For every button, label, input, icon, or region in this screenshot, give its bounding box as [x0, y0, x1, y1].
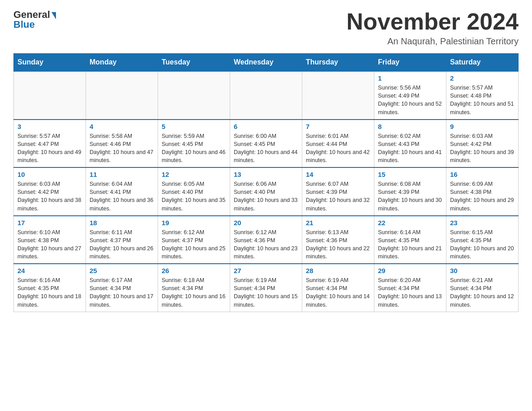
- calendar-table: SundayMondayTuesdayWednesdayThursdayFrid…: [13, 53, 519, 312]
- day-info: Sunrise: 6:12 AMSunset: 4:36 PMDaylight:…: [234, 228, 298, 261]
- day-info: Sunrise: 6:06 AMSunset: 4:40 PMDaylight:…: [234, 180, 298, 213]
- day-info: Sunrise: 6:09 AMSunset: 4:38 PMDaylight:…: [450, 180, 515, 213]
- location: An Naqurah, Palestinian Territory: [347, 36, 519, 47]
- calendar-cell: [230, 71, 302, 120]
- day-number: 14: [306, 171, 370, 178]
- calendar-week-row: 3Sunrise: 5:57 AMSunset: 4:47 PMDaylight…: [14, 120, 519, 168]
- day-number: 9: [450, 123, 515, 130]
- day-info: Sunrise: 6:18 AMSunset: 4:34 PMDaylight:…: [162, 276, 226, 309]
- day-info: Sunrise: 6:05 AMSunset: 4:40 PMDaylight:…: [162, 180, 226, 213]
- calendar-week-row: 10Sunrise: 6:03 AMSunset: 4:42 PMDayligh…: [14, 167, 519, 216]
- calendar-cell: [14, 71, 86, 120]
- day-number: 29: [378, 267, 442, 274]
- calendar-cell: 5Sunrise: 5:59 AMSunset: 4:45 PMDaylight…: [158, 120, 230, 168]
- day-number: 18: [90, 219, 154, 227]
- calendar-cell: 9Sunrise: 6:03 AMSunset: 4:42 PMDaylight…: [446, 120, 519, 168]
- day-number: 25: [90, 267, 154, 274]
- day-info: Sunrise: 6:10 AMSunset: 4:38 PMDaylight:…: [17, 228, 82, 261]
- calendar-cell: 4Sunrise: 5:58 AMSunset: 4:46 PMDaylight…: [86, 120, 158, 168]
- day-info: Sunrise: 5:58 AMSunset: 4:46 PMDaylight:…: [90, 132, 154, 165]
- day-number: 5: [162, 123, 226, 130]
- calendar-cell: 24Sunrise: 6:16 AMSunset: 4:35 PMDayligh…: [14, 264, 86, 312]
- calendar-cell: 23Sunrise: 6:15 AMSunset: 4:35 PMDayligh…: [446, 216, 519, 264]
- calendar-cell: 7Sunrise: 6:01 AMSunset: 4:44 PMDaylight…: [302, 120, 374, 168]
- day-info: Sunrise: 6:00 AMSunset: 4:45 PMDaylight:…: [234, 132, 298, 165]
- day-info: Sunrise: 6:16 AMSunset: 4:35 PMDaylight:…: [17, 276, 82, 309]
- calendar-cell: 28Sunrise: 6:19 AMSunset: 4:34 PMDayligh…: [302, 264, 374, 312]
- day-number: 12: [162, 171, 226, 178]
- day-number: 22: [378, 219, 442, 227]
- day-info: Sunrise: 6:04 AMSunset: 4:41 PMDaylight:…: [90, 180, 154, 213]
- logo-triangle-icon: [51, 12, 56, 19]
- day-info: Sunrise: 5:56 AMSunset: 4:49 PMDaylight:…: [378, 84, 442, 116]
- day-info: Sunrise: 6:02 AMSunset: 4:43 PMDaylight:…: [378, 132, 442, 165]
- calendar-header-saturday: Saturday: [446, 54, 519, 72]
- calendar-cell: [302, 71, 374, 120]
- day-info: Sunrise: 6:19 AMSunset: 4:34 PMDaylight:…: [234, 276, 298, 309]
- day-number: 30: [450, 267, 515, 274]
- calendar-header-monday: Monday: [86, 54, 158, 72]
- calendar-header-friday: Friday: [374, 54, 446, 72]
- day-number: 16: [450, 171, 515, 178]
- calendar-week-row: 1Sunrise: 5:56 AMSunset: 4:49 PMDaylight…: [14, 71, 519, 120]
- day-number: 6: [234, 123, 298, 130]
- calendar-cell: 17Sunrise: 6:10 AMSunset: 4:38 PMDayligh…: [14, 216, 86, 264]
- calendar-cell: 15Sunrise: 6:08 AMSunset: 4:39 PMDayligh…: [374, 167, 446, 216]
- day-info: Sunrise: 5:57 AMSunset: 4:47 PMDaylight:…: [17, 132, 82, 165]
- calendar-cell: 13Sunrise: 6:06 AMSunset: 4:40 PMDayligh…: [230, 167, 302, 216]
- day-number: 20: [234, 219, 298, 227]
- calendar-cell: 21Sunrise: 6:13 AMSunset: 4:36 PMDayligh…: [302, 216, 374, 264]
- day-number: 17: [17, 219, 82, 227]
- calendar-cell: 3Sunrise: 5:57 AMSunset: 4:47 PMDaylight…: [14, 120, 86, 168]
- day-info: Sunrise: 6:07 AMSunset: 4:39 PMDaylight:…: [306, 180, 370, 213]
- calendar-cell: 6Sunrise: 6:00 AMSunset: 4:45 PMDaylight…: [230, 120, 302, 168]
- calendar-header-tuesday: Tuesday: [158, 54, 230, 72]
- calendar-cell: [86, 71, 158, 120]
- day-number: 3: [17, 123, 82, 130]
- day-number: 24: [17, 267, 82, 274]
- day-number: 26: [162, 267, 226, 274]
- logo: General Blue: [13, 9, 56, 30]
- day-info: Sunrise: 6:19 AMSunset: 4:34 PMDaylight:…: [306, 276, 370, 309]
- day-info: Sunrise: 6:01 AMSunset: 4:44 PMDaylight:…: [306, 132, 370, 165]
- calendar-cell: 30Sunrise: 6:21 AMSunset: 4:34 PMDayligh…: [446, 264, 519, 312]
- day-number: 11: [90, 171, 154, 178]
- calendar-cell: 19Sunrise: 6:12 AMSunset: 4:37 PMDayligh…: [158, 216, 230, 264]
- calendar-week-row: 17Sunrise: 6:10 AMSunset: 4:38 PMDayligh…: [14, 216, 519, 264]
- calendar-header-sunday: Sunday: [14, 54, 86, 72]
- calendar-cell: 2Sunrise: 5:57 AMSunset: 4:48 PMDaylight…: [446, 71, 519, 120]
- calendar-header-thursday: Thursday: [302, 54, 374, 72]
- calendar-cell: 8Sunrise: 6:02 AMSunset: 4:43 PMDaylight…: [374, 120, 446, 168]
- day-number: 23: [450, 219, 515, 227]
- day-info: Sunrise: 6:08 AMSunset: 4:39 PMDaylight:…: [378, 180, 442, 213]
- day-number: 13: [234, 171, 298, 178]
- calendar-header-row: SundayMondayTuesdayWednesdayThursdayFrid…: [14, 54, 519, 72]
- day-number: 1: [378, 74, 442, 82]
- calendar-cell: 20Sunrise: 6:12 AMSunset: 4:36 PMDayligh…: [230, 216, 302, 264]
- calendar-cell: 1Sunrise: 5:56 AMSunset: 4:49 PMDaylight…: [374, 71, 446, 120]
- day-info: Sunrise: 5:57 AMSunset: 4:48 PMDaylight:…: [450, 84, 515, 116]
- calendar-week-row: 24Sunrise: 6:16 AMSunset: 4:35 PMDayligh…: [14, 264, 519, 312]
- month-title: November 2024: [347, 9, 519, 34]
- day-info: Sunrise: 5:59 AMSunset: 4:45 PMDaylight:…: [162, 132, 226, 165]
- calendar-header-wednesday: Wednesday: [230, 54, 302, 72]
- day-info: Sunrise: 6:11 AMSunset: 4:37 PMDaylight:…: [90, 228, 154, 261]
- day-number: 10: [17, 171, 82, 178]
- calendar-cell: 18Sunrise: 6:11 AMSunset: 4:37 PMDayligh…: [86, 216, 158, 264]
- calendar-cell: 10Sunrise: 6:03 AMSunset: 4:42 PMDayligh…: [14, 167, 86, 216]
- day-info: Sunrise: 6:20 AMSunset: 4:34 PMDaylight:…: [378, 276, 442, 309]
- calendar-cell: 27Sunrise: 6:19 AMSunset: 4:34 PMDayligh…: [230, 264, 302, 312]
- calendar-cell: [158, 71, 230, 120]
- day-info: Sunrise: 6:17 AMSunset: 4:34 PMDaylight:…: [90, 276, 154, 309]
- day-info: Sunrise: 6:12 AMSunset: 4:37 PMDaylight:…: [162, 228, 226, 261]
- day-info: Sunrise: 6:21 AMSunset: 4:34 PMDaylight:…: [450, 276, 515, 309]
- page-header: General Blue November 2024 An Naqurah, P…: [13, 9, 519, 47]
- day-info: Sunrise: 6:14 AMSunset: 4:35 PMDaylight:…: [378, 228, 442, 261]
- title-section: November 2024 An Naqurah, Palestinian Te…: [347, 9, 519, 47]
- day-number: 8: [378, 123, 442, 130]
- day-info: Sunrise: 6:03 AMSunset: 4:42 PMDaylight:…: [450, 132, 515, 165]
- day-number: 27: [234, 267, 298, 274]
- day-number: 7: [306, 123, 370, 130]
- calendar-cell: 29Sunrise: 6:20 AMSunset: 4:34 PMDayligh…: [374, 264, 446, 312]
- day-number: 19: [162, 219, 226, 227]
